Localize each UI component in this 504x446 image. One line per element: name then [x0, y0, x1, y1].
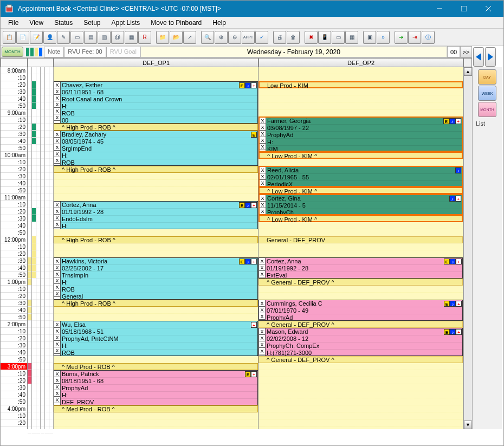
- toolbar-btn[interactable]: ▦: [125, 31, 138, 44]
- toolbar: 📋 📄 📝 👤 ✎ ▭ ▤ ▥ @ ▦ R 📁 📂 ↗ 🔍 ⊕ ⊖ APPT ✓…: [1, 29, 503, 46]
- day-view-button[interactable]: DAY: [478, 69, 496, 85]
- toolbar-btn[interactable]: ✓: [255, 31, 268, 44]
- time-column: 8:00am:10:20:30:40:509:00am:10:20:30:40:…: [1, 67, 28, 429]
- menu-file[interactable]: File: [3, 17, 24, 28]
- week-view-button[interactable]: WEEK: [478, 86, 496, 101]
- appt-mason[interactable]: XXXXMason, Edward02/02/2008 - 12ProphyCh…: [259, 328, 463, 356]
- slot-med: ^ Med Prod - ROB ^: [54, 405, 258, 412]
- toolbar-btn[interactable]: 📱: [318, 31, 331, 44]
- rvu-fee-tab[interactable]: RVU Fee: 00: [64, 47, 106, 57]
- slot-low: ^ Low Prod - KIM ^: [259, 215, 463, 222]
- toolbar-btn[interactable]: 📝: [30, 31, 43, 44]
- menu-view[interactable]: View: [24, 17, 49, 28]
- list-label: List: [474, 120, 501, 127]
- forward-arrows[interactable]: >>: [460, 46, 472, 57]
- appt-reed[interactable]: XXXReed, Alicia02/01/1965 - 55PeriodicX♪: [259, 166, 463, 187]
- appt-cortez-anna[interactable]: XXXXCortez, Anna01/19/1992 - 28EndoEdsIm…: [54, 201, 258, 229]
- slot-high: ^ High Prod - ROB ^: [54, 124, 258, 131]
- appt-hawkins[interactable]: XXXXXXHawkins, Victoria02/25/2002 - 17Tr…: [54, 257, 258, 300]
- slot-gen: ^ General - DEF_PROV ^: [259, 321, 463, 328]
- menu-pinboard[interactable]: Move to Pinboard: [145, 17, 207, 28]
- toolbar-btn[interactable]: 🗑: [287, 31, 300, 44]
- toolbar-btn[interactable]: 📄: [16, 31, 29, 44]
- titlebar: Appointment Book <Central Clinic> <CENTR…: [1, 1, 503, 17]
- toolbar-btn[interactable]: 👤: [43, 31, 56, 44]
- op-column-2[interactable]: Low Prod - KIMXXXXXFarmer, Georgia03/08/…: [259, 67, 463, 429]
- menu-status[interactable]: Status: [49, 17, 78, 28]
- toolbar-btn[interactable]: ▤: [84, 31, 97, 44]
- toolbar-btn[interactable]: ▥: [98, 31, 111, 44]
- slot-high: ^ High Prod - ROB ^: [54, 300, 258, 307]
- toolbar-btn[interactable]: R: [138, 31, 151, 44]
- toolbar-btn[interactable]: ✎: [57, 31, 70, 44]
- slot-low: Low Prod - KIM: [259, 81, 463, 88]
- num-box[interactable]: 00: [447, 46, 460, 57]
- toolbar-btn[interactable]: »: [377, 31, 390, 44]
- toolbar-btn[interactable]: ⊖: [228, 31, 241, 44]
- toolbar-btn[interactable]: ⓘ: [422, 31, 435, 44]
- app-icon: [4, 3, 15, 14]
- toolbar-btn[interactable]: APPT: [242, 31, 255, 44]
- window-title: Appointment Book <Central Clinic> <CENTR…: [18, 5, 427, 12]
- slot-high: ^ High Prod - ROB ^: [54, 166, 258, 173]
- close-button[interactable]: [476, 1, 500, 17]
- date-label: Wednesday - February 19, 2020: [140, 46, 447, 57]
- toolbar-btn[interactable]: ▭: [332, 31, 345, 44]
- prov-colorbars: [24, 46, 44, 57]
- toolbar-btn[interactable]: 📁: [156, 31, 169, 44]
- menu-apptlists[interactable]: Appt Lists: [106, 17, 146, 28]
- toolbar-btn[interactable]: ⊕: [215, 31, 228, 44]
- toolbar-btn[interactable]: @: [111, 31, 124, 44]
- slot-gen: ^ General - DEF_PROV ^: [259, 279, 463, 286]
- op-column-1[interactable]: XXXXXXChavez, Esther06/11/1951 - 68Root …: [54, 67, 259, 429]
- toolbar-btn[interactable]: 📂: [170, 31, 183, 44]
- scroll-up-button[interactable]: ▲: [464, 67, 472, 76]
- menubar: File View Status Setup Appt Lists Move t…: [1, 17, 503, 29]
- toolbar-btn[interactable]: ▣: [363, 31, 376, 44]
- month-view-button[interactable]: MONTH: [2, 47, 23, 57]
- toolbar-btn[interactable]: ▭: [70, 31, 83, 44]
- appt-wu[interactable]: XXXXXWu, Elsa05/18/1968 - 51ProphyAd, Pn…: [54, 321, 258, 356]
- toolbar-btn[interactable]: ✖: [305, 31, 318, 44]
- column-header-op2[interactable]: DEF_OP2: [259, 58, 463, 67]
- column-header-op1[interactable]: DEF_OP1: [54, 58, 259, 67]
- toolbar-btn[interactable]: ⇥: [408, 31, 421, 44]
- menu-help[interactable]: Help: [207, 17, 231, 28]
- toolbar-btn[interactable]: ↗: [183, 31, 196, 44]
- svg-marker-6: [476, 53, 481, 61]
- scroll-down-button[interactable]: ▼: [464, 421, 472, 429]
- appt-cummings[interactable]: XXXCummings, Cecilia C07/01/1970 - 49Pro…: [259, 300, 463, 321]
- svg-rect-3: [461, 6, 467, 11]
- toolbar-btn[interactable]: ➜: [395, 31, 408, 44]
- appt-cortez-gina[interactable]: XXXCortez, Gina11/15/2014 - 5ProphyCh♪+: [259, 194, 463, 215]
- slot-med: ^ Med Prod - ROB ^: [54, 363, 258, 370]
- rvu-goal-tab[interactable]: RVU Goal: [106, 47, 140, 57]
- toolbar-btn[interactable]: 🔍: [201, 31, 214, 44]
- slot-gen: ^ General - DEF_PROV ^: [259, 356, 463, 363]
- next-day-button[interactable]: [485, 47, 496, 67]
- slot-low: ^ Low Prod - KIM ^: [259, 187, 463, 194]
- appt-burns[interactable]: XXXXXBurns, Patrick08/18/1951 - 68Prophy…: [54, 370, 258, 405]
- provider-bars: [28, 67, 54, 429]
- svg-rect-1: [7, 5, 11, 8]
- slot-high: ^ High Prod - ROB ^: [54, 236, 258, 243]
- svg-marker-7: [488, 53, 493, 61]
- slot-low: ^ Low Prod - KIM ^: [259, 152, 463, 159]
- minimize-button[interactable]: [427, 1, 451, 17]
- toolbar-btn[interactable]: 📋: [3, 31, 16, 44]
- vertical-scrollbar[interactable]: ▲ ▼: [463, 67, 472, 429]
- appt-chavez[interactable]: XXXXXXChavez, Esther06/11/1951 - 68Root …: [54, 81, 258, 124]
- right-panel: DAY WEEK MONTH List: [472, 67, 502, 429]
- toolbar-btn[interactable]: 🖨: [273, 31, 286, 44]
- toolbar-btn[interactable]: ▦: [345, 31, 358, 44]
- maximize-button[interactable]: [451, 1, 476, 17]
- note-tab[interactable]: Note: [44, 47, 64, 57]
- appt-cortez-anna2[interactable]: XXXCortez, Anna01/19/1992 - 28ExtEvalE♪+: [259, 257, 463, 279]
- month-view-button[interactable]: MONTH: [478, 102, 496, 117]
- appt-farmer[interactable]: XXXXXFarmer, Georgia03/08/1997 - 22Proph…: [259, 117, 463, 152]
- slot-gen: General - DEF_PROV: [259, 236, 463, 243]
- menu-setup[interactable]: Setup: [78, 17, 106, 28]
- subbar: MONTH Note RVU Fee: 00 RVU Goal Wednesda…: [1, 46, 472, 58]
- prev-day-button[interactable]: [473, 47, 484, 67]
- appt-bradley[interactable]: XXXXXBradley, Zachary08/05/1974 - 45SrgI…: [54, 131, 258, 166]
